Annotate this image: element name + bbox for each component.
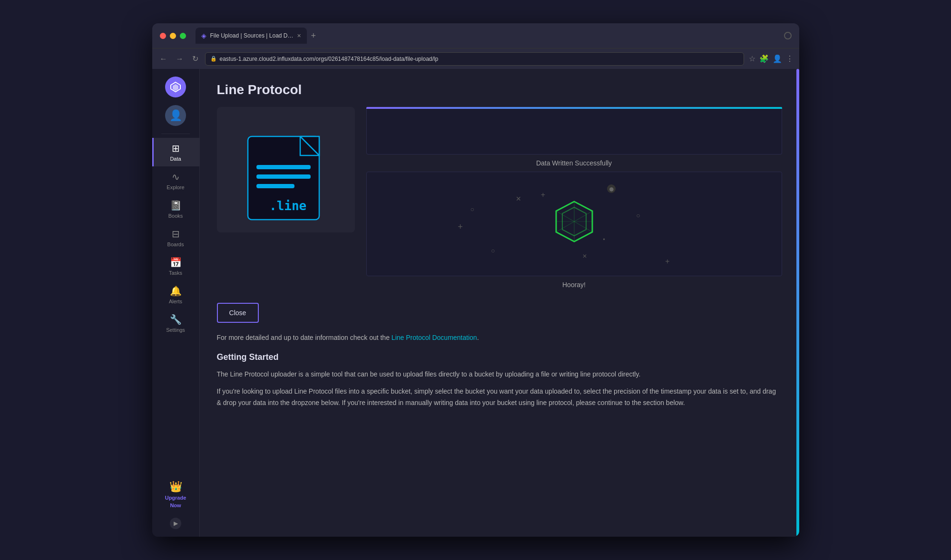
new-tab-button[interactable]: + (311, 31, 316, 41)
menu-dots-icon[interactable]: ⋮ (786, 54, 794, 63)
minimize-traffic-light[interactable] (170, 33, 176, 39)
crown-icon: 👑 (169, 481, 182, 493)
sidebar-item-data-label: Data (170, 156, 181, 162)
explore-icon: ∿ (172, 171, 180, 183)
browser-menu-icon[interactable] (784, 32, 792, 39)
sidebar-item-books[interactable]: 📓 Books (152, 195, 199, 223)
particle-circle-2: ○ (471, 205, 474, 213)
particle-circle-3: ○ (636, 212, 640, 219)
url-text: eastus-1.azure.cloud2.influxdata.com/org… (220, 56, 439, 62)
url-bar[interactable]: 🔒 eastus-1.azure.cloud2.influxdata.com/o… (205, 52, 744, 66)
svg-rect-5 (256, 174, 311, 179)
sidebar-item-tasks[interactable]: 📅 Tasks (152, 252, 199, 280)
svg-text:.line: .line (269, 199, 306, 213)
scroll-accent-bar (796, 69, 799, 537)
sidebar-item-boards-label: Boards (167, 241, 184, 247)
settings-icon: 🔧 (170, 314, 182, 325)
collapse-sidebar-button[interactable]: ▶ (170, 518, 181, 529)
sidebar-divider (161, 134, 189, 134)
sidebar-item-settings[interactable]: 🔧 Settings (152, 309, 199, 338)
file-icon: .line (243, 122, 329, 217)
close-button-container: Close (217, 303, 782, 323)
close-button[interactable]: Close (217, 303, 259, 323)
paragraph-1: The Line Protocol uploader is a simple t… (217, 369, 782, 380)
close-traffic-light[interactable] (160, 33, 166, 39)
page-title: Line Protocol (217, 82, 782, 97)
profile-icon[interactable]: 👤 (773, 54, 782, 63)
upgrade-button[interactable]: 👑 Upgrade Now (165, 475, 186, 514)
svg-marker-1 (173, 84, 178, 91)
titlebar: ◈ File Upload | Sources | Load D… ✕ + (152, 23, 799, 48)
page-content: .line Data Written Successfully (200, 107, 799, 434)
fullscreen-traffic-light[interactable] (180, 33, 186, 39)
tab-close-icon[interactable]: ✕ (297, 33, 301, 39)
particle-plus-2: + (458, 222, 463, 232)
upgrade-label: Upgrade (165, 495, 186, 501)
hooray-text: Hooray! (366, 276, 782, 293)
sidebar-item-settings-label: Settings (166, 327, 185, 333)
browser-toolbar: ☆ 🧩 👤 ⋮ (749, 54, 794, 63)
right-panel: Data Written Successfully + ● ✕ ○ + ○ • … (366, 107, 782, 293)
lock-icon: 🔒 (210, 56, 217, 62)
particle-circle-4: ○ (491, 247, 495, 254)
sidebar-item-books-label: Books (168, 213, 183, 219)
forward-button[interactable]: → (174, 53, 186, 65)
description-section: For more detailed and up to date informa… (217, 332, 782, 415)
active-tab[interactable]: ◈ File Upload | Sources | Load D… ✕ (196, 28, 307, 44)
animation-area: + ● ✕ ○ + ○ • ○ ✕ + (366, 172, 782, 276)
tasks-icon: 📅 (170, 257, 182, 268)
page-header: Line Protocol (200, 69, 799, 107)
sidebar-item-data[interactable]: ⊞ Data (152, 138, 199, 166)
sidebar-item-tasks-label: Tasks (169, 270, 182, 276)
particle-x-1: ✕ (516, 195, 521, 203)
sidebar: 👤 ⊞ Data ∿ Explore 📓 Books ⊟ Boards 📅 T (152, 69, 200, 537)
boards-icon: ⊟ (172, 228, 180, 240)
particle-plus-3: + (665, 257, 669, 266)
star-icon[interactable]: ☆ (749, 54, 755, 63)
particle-circle-1: ● (607, 184, 616, 193)
content-area: Line Protocol (200, 69, 799, 537)
addressbar: ← → ↻ 🔒 eastus-1.azure.cloud2.influxdata… (152, 48, 799, 69)
books-icon: 📓 (170, 200, 182, 211)
collapse-icon: ▶ (174, 520, 178, 527)
particle-plus-1: + (541, 191, 545, 199)
back-button[interactable]: ← (158, 53, 169, 65)
line-protocol-illustration: .line (217, 107, 355, 232)
upgrade-now-label: Now (170, 502, 181, 508)
doc-link[interactable]: Line Protocol Documentation (392, 334, 477, 341)
description-prefix: For more detailed and up to date informa… (217, 334, 392, 341)
file-svg: .line (243, 122, 329, 222)
description-text: For more detailed and up to date informa… (217, 332, 782, 343)
traffic-lights (160, 33, 186, 39)
app-logo[interactable] (165, 77, 186, 97)
gem-icon (550, 198, 598, 250)
description-suffix: . (477, 334, 479, 341)
main-layout: 👤 ⊞ Data ∿ Explore 📓 Books ⊟ Boards 📅 T (152, 69, 799, 537)
extensions-icon[interactable]: 🧩 (759, 54, 769, 63)
sidebar-item-alerts[interactable]: 🔔 Alerts (152, 280, 199, 309)
editor-area (366, 109, 782, 154)
sidebar-item-alerts-label: Alerts (169, 299, 182, 304)
sidebar-item-boards[interactable]: ⊟ Boards (152, 223, 199, 252)
tab-favicon-icon: ◈ (201, 32, 206, 39)
tab-title: File Upload | Sources | Load D… (210, 32, 294, 39)
particle-x-2: ✕ (582, 253, 587, 260)
svg-rect-6 (256, 184, 294, 188)
tab-bar: ◈ File Upload | Sources | Load D… ✕ + (196, 28, 316, 44)
svg-rect-4 (256, 165, 311, 169)
avatar-icon: 👤 (169, 109, 182, 122)
user-avatar[interactable]: 👤 (165, 105, 186, 126)
getting-started-title: Getting Started (217, 350, 782, 364)
sidebar-item-explore-label: Explore (167, 184, 184, 190)
data-icon: ⊞ (172, 143, 180, 154)
particle-dot-1: • (603, 236, 605, 243)
top-section: .line Data Written Successfully (217, 107, 782, 293)
browser-window: ◈ File Upload | Sources | Load D… ✕ + ← … (152, 23, 799, 537)
paragraph-2: If you're looking to upload Line Protoco… (217, 386, 782, 409)
sidebar-item-explore[interactable]: ∿ Explore (152, 166, 199, 195)
reload-button[interactable]: ↻ (190, 52, 200, 65)
success-text: Data Written Successfully (366, 154, 782, 172)
alerts-icon: 🔔 (170, 285, 182, 297)
